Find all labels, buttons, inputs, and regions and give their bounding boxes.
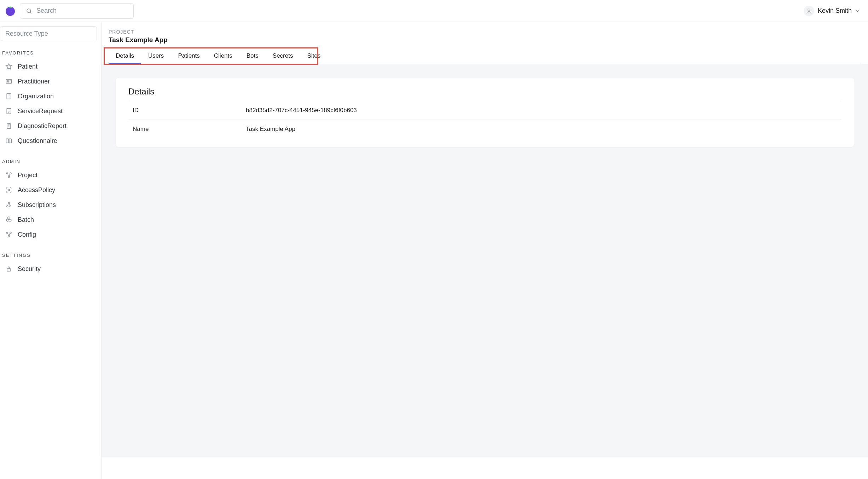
detail-value: Task Example App xyxy=(246,126,295,133)
sidebar-item-organization[interactable]: Organization xyxy=(0,89,101,104)
sidebar-item-patient[interactable]: Patient xyxy=(0,59,101,74)
section-label-settings: Settings xyxy=(0,250,101,261)
tabs-bar: Details Users Patients Clients Bots Secr… xyxy=(109,49,861,64)
svg-point-14 xyxy=(8,189,10,191)
hexagons-icon xyxy=(5,216,13,224)
tab-details[interactable]: Details xyxy=(109,49,141,64)
section-label-admin: Admin xyxy=(0,156,101,168)
svg-point-16 xyxy=(10,206,11,207)
forms-icon xyxy=(5,137,13,145)
svg-rect-5 xyxy=(7,94,11,99)
sidebar-item-label: DiagnosticReport xyxy=(18,122,66,130)
user-name: Kevin Smith xyxy=(818,7,852,15)
sidebar-item-label: Security xyxy=(18,265,41,273)
sidebar-item-label: Practitioner xyxy=(18,78,50,85)
nodes-icon xyxy=(5,231,13,238)
breadcrumb: PROJECT xyxy=(109,29,861,35)
detail-key: Name xyxy=(133,126,246,133)
app-logo[interactable] xyxy=(5,6,16,16)
sidebar-item-label: Organization xyxy=(18,93,54,100)
star-icon xyxy=(5,63,13,70)
webhook-icon xyxy=(5,201,13,209)
svg-rect-9 xyxy=(6,139,9,143)
sidebar-item-questionnaire[interactable]: Questionnaire xyxy=(0,133,101,148)
avatar xyxy=(804,6,814,16)
main-content: PROJECT Task Example App Details Users P… xyxy=(102,22,868,479)
sidebar-item-servicerequest[interactable]: ServiceRequest xyxy=(0,104,101,119)
chevron-down-icon xyxy=(855,8,860,13)
resource-type-filter[interactable] xyxy=(0,26,97,41)
user-menu[interactable]: Kevin Smith xyxy=(801,4,863,18)
sidebar-item-config[interactable]: Config xyxy=(0,227,101,242)
section-label-favorites: Favorites xyxy=(0,47,101,59)
building-icon xyxy=(5,92,13,100)
svg-point-15 xyxy=(7,206,8,207)
svg-point-0 xyxy=(6,7,15,16)
sidebar-item-project[interactable]: Project xyxy=(0,168,101,183)
tab-users[interactable]: Users xyxy=(141,49,171,64)
sidebar-item-label: Subscriptions xyxy=(18,201,56,209)
sidebar-item-security[interactable]: Security xyxy=(0,261,101,276)
tab-clients[interactable]: Clients xyxy=(207,49,239,64)
detail-row-name: Name Task Example App xyxy=(128,120,841,138)
card-title: Details xyxy=(128,87,841,101)
page-header: PROJECT Task Example App Details Users P… xyxy=(102,22,868,64)
detail-value: b82d35d2-707c-4451-945e-189cf6f0b603 xyxy=(246,107,357,114)
detail-key: ID xyxy=(133,107,246,114)
svg-point-17 xyxy=(8,202,10,204)
sidebar-item-subscriptions[interactable]: Subscriptions xyxy=(0,197,101,212)
resource-type-input[interactable] xyxy=(5,30,92,37)
sidebar-item-batch[interactable]: Batch xyxy=(0,212,101,227)
svg-rect-21 xyxy=(7,269,11,271)
tab-patients[interactable]: Patients xyxy=(171,49,207,64)
global-search[interactable] xyxy=(20,3,134,19)
svg-point-1 xyxy=(27,9,31,13)
clipboard-icon xyxy=(5,122,13,130)
id-card-icon xyxy=(5,77,13,85)
search-icon xyxy=(25,7,33,15)
detail-row-id: ID b82d35d2-707c-4451-945e-189cf6f0b603 xyxy=(128,101,841,120)
sidebar-item-label: Patient xyxy=(18,63,37,70)
tab-secrets[interactable]: Secrets xyxy=(266,49,300,64)
lock-icon xyxy=(5,265,13,273)
svg-point-20 xyxy=(8,236,10,237)
sidebar: Favorites Patient Practitioner Organizat… xyxy=(0,22,102,479)
svg-point-4 xyxy=(7,81,8,82)
svg-rect-3 xyxy=(6,79,12,83)
sidebar-item-diagnosticreport[interactable]: DiagnosticReport xyxy=(0,119,101,133)
tab-sites[interactable]: Sites xyxy=(300,49,328,64)
scan-icon xyxy=(5,186,13,194)
svg-rect-10 xyxy=(9,139,12,143)
sidebar-item-label: ServiceRequest xyxy=(18,108,63,115)
document-icon xyxy=(5,107,13,115)
sidebar-item-label: Batch xyxy=(18,216,34,224)
sidebar-item-label: AccessPolicy xyxy=(18,186,55,194)
details-card: Details ID b82d35d2-707c-4451-945e-189cf… xyxy=(116,78,854,147)
sidebar-item-label: Config xyxy=(18,231,36,238)
topbar: Kevin Smith xyxy=(0,0,868,22)
sidebar-item-label: Questionnaire xyxy=(18,137,57,145)
search-input[interactable] xyxy=(36,7,128,15)
sidebar-item-accesspolicy[interactable]: AccessPolicy xyxy=(0,183,101,197)
content-area: Details ID b82d35d2-707c-4451-945e-189cf… xyxy=(102,64,868,457)
nodes-icon xyxy=(5,171,13,179)
page-title: Task Example App xyxy=(109,36,861,44)
svg-point-2 xyxy=(808,9,810,11)
sidebar-item-label: Project xyxy=(18,172,37,179)
sidebar-item-practitioner[interactable]: Practitioner xyxy=(0,74,101,89)
tab-bots[interactable]: Bots xyxy=(239,49,266,64)
